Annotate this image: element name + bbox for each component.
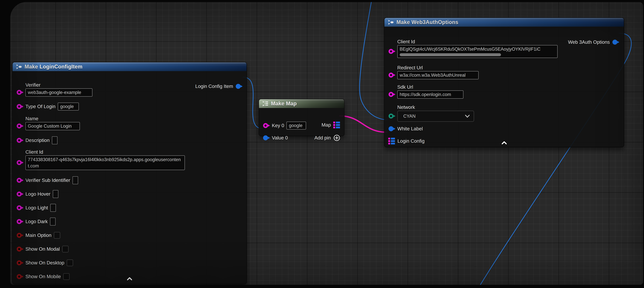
pin-show-on-mobile[interactable] (16, 274, 23, 279)
network-selected-value: CYAN (403, 114, 416, 119)
logo-light-text-field[interactable] (50, 204, 56, 212)
node-make-loginconfigitem[interactable]: Make LoginConfigItemLogin Config ItemVer… (12, 62, 247, 284)
type-of-login-input[interactable]: google (58, 103, 79, 111)
pin-show-on-modal[interactable] (16, 246, 23, 252)
redirect-url-input[interactable]: w3a://com.w3a.Web3AuthUnreal (397, 71, 478, 79)
make-map-icon (262, 100, 269, 107)
client-id-scrollbar[interactable] (400, 53, 501, 56)
pin-row-show-on-mobile: Show On Mobile (16, 272, 70, 281)
client-id-value: 774338308167-q463s7kpvja16l4l0kko3nb925i… (28, 157, 182, 169)
pin-label-network: Network (397, 105, 415, 110)
pin-main-option[interactable] (16, 232, 23, 238)
blueprint-graph-canvas[interactable]: Make LoginConfigItemLogin Config ItemVer… (10, 2, 643, 285)
pin-row-logo-hover: Logo Hover (16, 190, 58, 198)
redirect-url-value: w3a://com.w3a.Web3AuthUnreal (400, 73, 466, 78)
pin-label-sdk-url: Sdk Url (397, 84, 413, 90)
pin-label-type-of-login: Type Of Login (26, 104, 56, 109)
pin-label-show-on-desktop: Show On Desktop (26, 260, 64, 266)
collapse-node-button[interactable] (498, 140, 511, 146)
output-pin-login-config-item[interactable] (236, 83, 242, 89)
pin-client-id[interactable] (388, 49, 395, 54)
node-make-map[interactable]: Make MapMapKey 0googleValue 0Add pin (259, 99, 344, 136)
pin-login-config[interactable] (388, 138, 395, 144)
name-input[interactable]: Google Custom Login (26, 122, 80, 130)
client-id-input[interactable]: 774338308167-q463s7kpvja16l4l0kko3nb925i… (26, 155, 185, 170)
main-option-checkbox[interactable] (54, 232, 60, 239)
key-0-input[interactable]: google (286, 122, 306, 130)
pin-label-verifier-sub-identifier: Verifier Sub Identifier (26, 177, 70, 183)
name-value: Google Custom Login (28, 124, 72, 129)
pin-redirect-url[interactable] (388, 72, 395, 78)
graph-world: Make LoginConfigItemLogin Config ItemVer… (10, 2, 643, 285)
add-pin-icon (334, 134, 340, 141)
client-id-input[interactable]: BEglQSgt4cUWcj6SKRdu5QkOXTsePmMcusG5EAoy… (397, 45, 558, 58)
show-on-desktop-checkbox[interactable] (67, 259, 73, 266)
pin-label-logo-hover: Logo Hover (26, 191, 50, 197)
pin-logo-hover[interactable] (16, 191, 23, 197)
pin-white-label[interactable] (388, 126, 395, 132)
show-on-modal-checkbox[interactable] (62, 246, 68, 252)
pin-network[interactable] (388, 113, 395, 119)
output-pin-web-3auth-options[interactable] (612, 39, 619, 45)
pin-value-0[interactable] (263, 135, 270, 141)
pin-key-0[interactable] (263, 123, 270, 129)
type-of-login-value: google (60, 104, 74, 109)
network-dropdown[interactable]: CYAN (397, 111, 474, 122)
pin-verifier-sub-identifier[interactable] (16, 177, 23, 183)
pin-show-on-desktop[interactable] (16, 260, 23, 266)
pin-row-logo-light: Logo Light (16, 204, 56, 212)
pin-logo-light[interactable] (16, 205, 23, 211)
description-text-field[interactable] (52, 136, 58, 144)
output-pin-label: Map (322, 122, 331, 128)
node-header-make-web3authoptions[interactable]: Make Web3AuthOptions (384, 18, 624, 27)
pin-row-description: Description (16, 136, 58, 144)
verifier-input[interactable]: web3auth-google-example (26, 88, 92, 97)
output-row-web-3auth-options: Web 3Auth Options (568, 38, 619, 46)
client-id-value: BEglQSgt4cUWcj6SKRdu5QkOXTsePmMcusG5EAoy… (400, 47, 540, 52)
pin-label-show-on-modal: Show On Modal (26, 246, 60, 252)
pin-row-type-of-login: Type Of Logingoogle (16, 102, 79, 111)
pin-label-logo-dark: Logo Dark (26, 219, 48, 224)
pin-name[interactable] (16, 123, 23, 129)
node-title: Make LoginConfigItem (24, 64, 82, 70)
output-row-map: Map (322, 121, 340, 129)
show-on-mobile-checkbox[interactable] (63, 273, 70, 280)
pin-row-show-on-desktop: Show On Desktop (16, 259, 73, 267)
pin-row-key-0: Key 0google (263, 121, 306, 130)
pin-client-id[interactable] (16, 160, 23, 165)
add-pin-label: Add pin (314, 135, 331, 141)
pin-label-name: Name (26, 116, 38, 121)
make-struct-icon (388, 19, 394, 26)
output-row-login-config-item: Login Config Item (195, 82, 242, 90)
logo-hover-text-field[interactable] (53, 190, 58, 198)
pin-label-main-option: Main Option (26, 232, 52, 238)
node-title: Make Web3AuthOptions (396, 19, 458, 25)
logo-dark-text-field[interactable] (50, 218, 56, 225)
pin-label-client-id: Client Id (26, 149, 43, 155)
pin-row-verifier-sub-identifier: Verifier Sub Identifier (16, 176, 78, 184)
output-pin-label: Web 3Auth Options (568, 39, 610, 45)
node-header-make-loginconfigitem[interactable]: Make LoginConfigItem (12, 62, 246, 71)
pin-type-of-login[interactable] (16, 104, 23, 109)
node-body: Web 3Auth OptionsClient IdBEglQSgt4cUWcj… (384, 27, 624, 147)
wire-offscreen-top-to-make-web3authoptions-white-label[interactable] (360, 2, 387, 120)
pin-verifier[interactable] (16, 89, 23, 95)
pin-row-client-id: Client Id774338308167-q463s7kpvja16l4l0k… (16, 149, 185, 170)
pin-logo-dark[interactable] (16, 219, 23, 224)
pin-row-logo-dark: Logo Dark (16, 217, 56, 226)
verifier-sub-identifier-text-field[interactable] (72, 176, 78, 184)
collapse-node-button[interactable] (123, 276, 136, 282)
pin-sdk-url[interactable] (388, 92, 395, 97)
pin-description[interactable] (16, 137, 23, 143)
pin-row-white-label: White Label (388, 125, 423, 133)
sdk-url-input[interactable]: https://sdk.openlogin.com (397, 90, 464, 99)
pin-label-client-id: Client Id (397, 39, 415, 45)
add-pin-button[interactable]: Add pin (314, 134, 340, 142)
node-make-web3authoptions[interactable]: Make Web3AuthOptionsWeb 3Auth OptionsCli… (384, 18, 624, 147)
output-pin-label: Login Config Item (195, 84, 233, 89)
pin-row-redirect-url: Redirect Urlw3a://com.w3a.Web3AuthUnreal (388, 65, 478, 79)
node-header-make-map[interactable]: Make Map (259, 99, 344, 108)
chevron-down-icon (465, 115, 470, 118)
pin-label-key-0: Key 0 (272, 123, 284, 128)
output-pin-map[interactable] (333, 122, 340, 128)
